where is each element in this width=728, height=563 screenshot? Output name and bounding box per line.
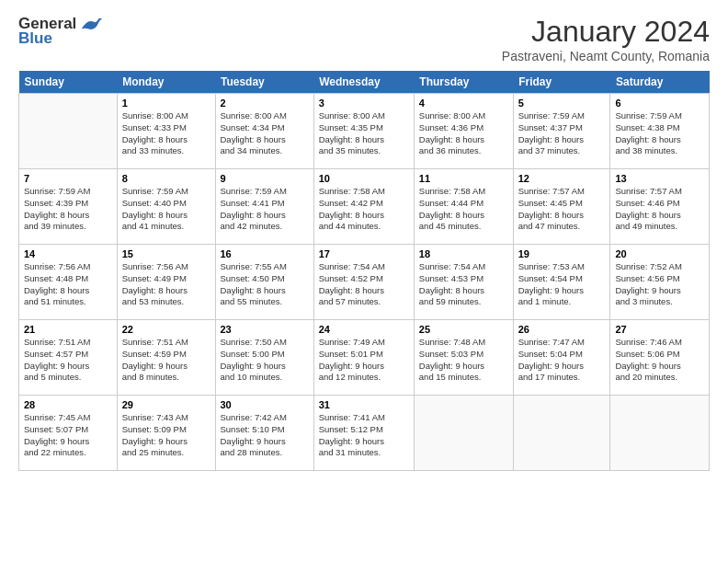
week-row-4: 21Sunrise: 7:51 AMSunset: 4:57 PMDayligh… [19,320,710,396]
cell-content: Sunrise: 7:56 AMSunset: 4:48 PMDaylight:… [24,261,112,308]
cell-content: Sunrise: 8:00 AMSunset: 4:34 PMDaylight:… [221,110,309,157]
logo-blue: Blue [18,29,52,48]
calendar-cell: 26Sunrise: 7:47 AMSunset: 5:04 PMDayligh… [513,320,610,396]
date-number: 13 [615,173,704,184]
calendar-cell [414,396,513,471]
calendar-cell: 13Sunrise: 7:57 AMSunset: 4:46 PMDayligh… [610,169,710,245]
cell-content: Sunrise: 8:00 AMSunset: 4:33 PMDaylight:… [122,110,210,157]
cell-content: Sunrise: 7:52 AMSunset: 4:56 PMDaylight:… [615,261,704,308]
cell-content: Sunrise: 7:59 AMSunset: 4:38 PMDaylight:… [615,110,704,157]
calendar-cell: 19Sunrise: 7:53 AMSunset: 4:54 PMDayligh… [513,245,610,320]
calendar-cell: 27Sunrise: 7:46 AMSunset: 5:06 PMDayligh… [610,320,710,396]
date-number: 15 [122,248,210,259]
date-number: 11 [419,173,508,184]
week-row-1: 1Sunrise: 8:00 AMSunset: 4:33 PMDaylight… [19,94,710,169]
cell-content: Sunrise: 7:56 AMSunset: 4:49 PMDaylight:… [122,261,210,308]
calendar-cell: 23Sunrise: 7:50 AMSunset: 5:00 PMDayligh… [215,320,313,396]
date-number: 4 [419,98,508,109]
calendar-cell: 25Sunrise: 7:48 AMSunset: 5:03 PMDayligh… [414,320,513,396]
date-number: 26 [518,324,606,335]
cell-content: Sunrise: 8:00 AMSunset: 4:36 PMDaylight:… [419,110,508,157]
calendar-cell: 2Sunrise: 8:00 AMSunset: 4:34 PMDaylight… [215,94,313,169]
col-header-tuesday: Tuesday [215,71,313,94]
cell-content: Sunrise: 7:59 AMSunset: 4:40 PMDaylight:… [122,186,210,233]
calendar-cell [19,94,118,169]
date-number: 6 [615,98,704,109]
date-number: 14 [24,248,112,259]
cell-content: Sunrise: 7:43 AMSunset: 5:09 PMDaylight:… [122,412,210,459]
cell-content: Sunrise: 7:53 AMSunset: 4:54 PMDaylight:… [518,261,606,308]
calendar-cell: 6Sunrise: 7:59 AMSunset: 4:38 PMDaylight… [610,94,710,169]
date-number: 8 [122,173,210,184]
calendar-cell [610,396,710,471]
calendar-cell: 7Sunrise: 7:59 AMSunset: 4:39 PMDaylight… [19,169,118,245]
col-header-friday: Friday [513,71,610,94]
cell-content: Sunrise: 7:51 AMSunset: 4:59 PMDaylight:… [122,337,210,384]
cell-content: Sunrise: 7:55 AMSunset: 4:50 PMDaylight:… [221,261,309,308]
cell-content: Sunrise: 7:58 AMSunset: 4:42 PMDaylight:… [319,186,409,233]
col-header-monday: Monday [117,71,215,94]
calendar-cell: 17Sunrise: 7:54 AMSunset: 4:52 PMDayligh… [313,245,414,320]
calendar-cell: 18Sunrise: 7:54 AMSunset: 4:53 PMDayligh… [414,245,513,320]
col-header-thursday: Thursday [414,71,513,94]
cell-content: Sunrise: 7:48 AMSunset: 5:03 PMDaylight:… [419,337,508,384]
date-number: 7 [24,173,112,184]
week-row-5: 28Sunrise: 7:45 AMSunset: 5:07 PMDayligh… [19,396,710,471]
col-header-saturday: Saturday [610,71,710,94]
calendar-cell: 10Sunrise: 7:58 AMSunset: 4:42 PMDayligh… [313,169,414,245]
date-number: 16 [221,248,309,259]
page-container: General Blue January 2024 Pastraveni, Ne… [0,0,728,480]
cell-content: Sunrise: 7:49 AMSunset: 5:01 PMDaylight:… [319,337,409,384]
date-number: 18 [419,248,508,259]
date-number: 28 [24,399,112,410]
cell-content: Sunrise: 7:51 AMSunset: 4:57 PMDaylight:… [24,337,112,384]
week-row-2: 7Sunrise: 7:59 AMSunset: 4:39 PMDaylight… [19,169,710,245]
calendar-subtitle: Pastraveni, Neamt County, Romania [502,49,710,63]
cell-content: Sunrise: 7:58 AMSunset: 4:44 PMDaylight:… [419,186,508,233]
cell-content: Sunrise: 7:59 AMSunset: 4:39 PMDaylight:… [24,186,112,233]
date-number: 3 [319,98,409,109]
date-number: 30 [221,399,309,410]
col-header-wednesday: Wednesday [313,71,414,94]
date-number: 2 [221,98,309,109]
calendar-cell: 28Sunrise: 7:45 AMSunset: 5:07 PMDayligh… [19,396,118,471]
cell-content: Sunrise: 7:54 AMSunset: 4:52 PMDaylight:… [319,261,409,308]
calendar-cell: 8Sunrise: 7:59 AMSunset: 4:40 PMDaylight… [117,169,215,245]
calendar-table: SundayMondayTuesdayWednesdayThursdayFrid… [18,71,710,471]
cell-content: Sunrise: 7:54 AMSunset: 4:53 PMDaylight:… [419,261,508,308]
cell-content: Sunrise: 8:00 AMSunset: 4:35 PMDaylight:… [319,110,409,157]
date-number: 31 [319,399,409,410]
cell-content: Sunrise: 7:47 AMSunset: 5:04 PMDaylight:… [518,337,606,384]
date-number: 17 [319,248,409,259]
calendar-cell: 14Sunrise: 7:56 AMSunset: 4:48 PMDayligh… [19,245,118,320]
calendar-cell: 30Sunrise: 7:42 AMSunset: 5:10 PMDayligh… [215,396,313,471]
date-number: 19 [518,248,606,259]
calendar-cell: 22Sunrise: 7:51 AMSunset: 4:59 PMDayligh… [117,320,215,396]
calendar-cell: 4Sunrise: 8:00 AMSunset: 4:36 PMDaylight… [414,94,513,169]
calendar-cell: 20Sunrise: 7:52 AMSunset: 4:56 PMDayligh… [610,245,710,320]
calendar-cell: 11Sunrise: 7:58 AMSunset: 4:44 PMDayligh… [414,169,513,245]
calendar-cell: 9Sunrise: 7:59 AMSunset: 4:41 PMDaylight… [215,169,313,245]
calendar-cell: 21Sunrise: 7:51 AMSunset: 4:57 PMDayligh… [19,320,118,396]
calendar-cell: 12Sunrise: 7:57 AMSunset: 4:45 PMDayligh… [513,169,610,245]
date-number: 27 [615,324,704,335]
calendar-title: January 2024 [502,15,710,49]
cell-content: Sunrise: 7:57 AMSunset: 4:45 PMDaylight:… [518,186,606,233]
calendar-cell: 15Sunrise: 7:56 AMSunset: 4:49 PMDayligh… [117,245,215,320]
calendar-cell [513,396,610,471]
cell-content: Sunrise: 7:45 AMSunset: 5:07 PMDaylight:… [24,412,112,459]
logo: General Blue [18,15,102,48]
cell-content: Sunrise: 7:59 AMSunset: 4:41 PMDaylight:… [221,186,309,233]
date-number: 10 [319,173,409,184]
logo-bird-icon [80,16,102,32]
calendar-cell: 1Sunrise: 8:00 AMSunset: 4:33 PMDaylight… [117,94,215,169]
week-row-3: 14Sunrise: 7:56 AMSunset: 4:48 PMDayligh… [19,245,710,320]
col-header-sunday: Sunday [19,71,118,94]
calendar-cell: 5Sunrise: 7:59 AMSunset: 4:37 PMDaylight… [513,94,610,169]
calendar-cell: 24Sunrise: 7:49 AMSunset: 5:01 PMDayligh… [313,320,414,396]
date-number: 20 [615,248,704,259]
header-row: SundayMondayTuesdayWednesdayThursdayFrid… [19,71,710,94]
date-number: 1 [122,98,210,109]
cell-content: Sunrise: 7:50 AMSunset: 5:00 PMDaylight:… [221,337,309,384]
cell-content: Sunrise: 7:57 AMSunset: 4:46 PMDaylight:… [615,186,704,233]
